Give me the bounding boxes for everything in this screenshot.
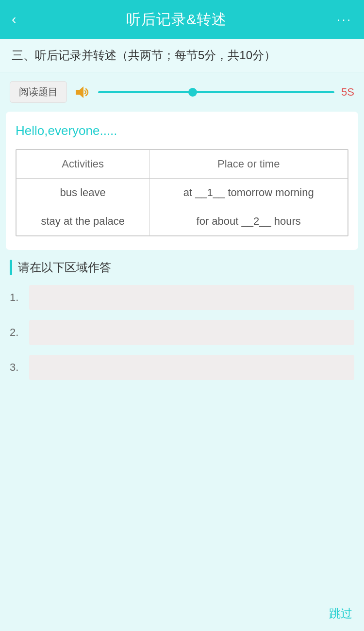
progress-track[interactable]	[98, 91, 334, 93]
row2-place-time: for about __2__ hours	[149, 207, 348, 236]
more-button[interactable]: ···	[337, 13, 352, 26]
row1-activity: bus leave	[17, 179, 149, 207]
answer-section: 请在以下区域作答 1. 2. 3.	[0, 250, 364, 380]
answer-input-1[interactable]	[29, 285, 354, 310]
table-row: stay at the palace for about __2__ hours	[17, 207, 348, 236]
answer-item-3: 3.	[10, 355, 354, 380]
activities-table: Activities Place or time bus leave at __…	[16, 149, 348, 236]
col-header-activities: Activities	[17, 150, 149, 179]
col-header-place-time: Place or time	[149, 150, 348, 179]
header: ‹ 听后记录&转述 ···	[0, 0, 364, 39]
answer-item-1: 1.	[10, 285, 354, 310]
answer-item-2: 2.	[10, 320, 354, 345]
answer-number-1: 1.	[10, 291, 23, 304]
subtitle-bar: 三、听后记录并转述（共两节；每节5分，共10分）	[0, 39, 364, 72]
subtitle-text: 三、听后记录并转述（共两节；每节5分，共10分）	[12, 49, 276, 62]
table-row: bus leave at __1__ tomorrow morning	[17, 179, 348, 207]
audio-bar: 阅读题目 5S	[0, 72, 364, 112]
row2-activity: stay at the palace	[17, 207, 149, 236]
progress-dot	[188, 88, 197, 97]
back-button[interactable]: ‹	[12, 12, 16, 27]
greeting-text: Hello,everyone.....	[16, 123, 348, 138]
label-bar-icon	[10, 260, 12, 275]
speaker-icon	[74, 85, 91, 100]
timer-display: 5S	[341, 86, 354, 99]
content-area: 阅读题目 5S Hello,everyone..... Activities P…	[0, 72, 364, 596]
answer-label-text: 请在以下区域作答	[18, 260, 111, 275]
footer: 跳过	[0, 596, 364, 631]
page-title: 听后记录&转述	[126, 10, 227, 30]
row1-place-time: at __1__ tomorrow morning	[149, 179, 348, 207]
answer-label: 请在以下区域作答	[10, 260, 354, 275]
answer-input-2[interactable]	[29, 320, 354, 345]
content-card: Hello,everyone..... Activities Place or …	[6, 112, 358, 250]
answer-input-3[interactable]	[29, 355, 354, 380]
answer-number-3: 3.	[10, 361, 23, 374]
read-button[interactable]: 阅读题目	[10, 81, 67, 103]
skip-button[interactable]: 跳过	[329, 606, 352, 621]
svg-marker-0	[76, 86, 83, 98]
answer-number-2: 2.	[10, 326, 23, 339]
